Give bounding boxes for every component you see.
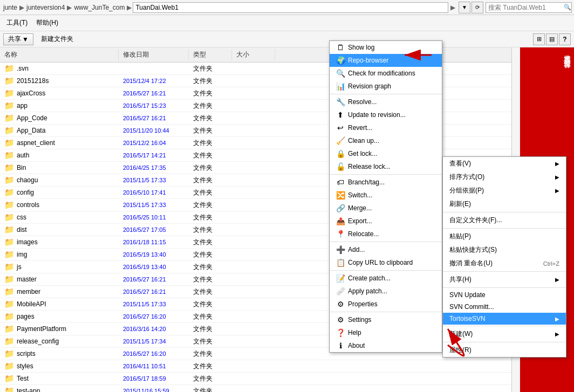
- col-header-type[interactable]: 类型: [189, 49, 232, 60]
- file-date: 2016/5/27 16:21: [119, 288, 189, 295]
- menu-item-properties[interactable]: ⚙ Properties: [330, 298, 442, 311]
- new-folder-button[interactable]: 新建文件夹: [37, 33, 78, 45]
- menu-item-relocate[interactable]: 📍 Relocate...: [330, 228, 442, 240]
- menu-item-label: Clean up...: [348, 137, 379, 145]
- menu-item-switch[interactable]: 🔀 Switch...: [330, 189, 442, 202]
- sub-arrow: ▶: [555, 174, 559, 180]
- submenu-item-view[interactable]: 查看(V) ▶: [443, 157, 566, 170]
- menu-item-label: About: [348, 342, 365, 349]
- search-input[interactable]: [488, 4, 564, 11]
- folder-icon: 📁: [4, 188, 15, 197]
- dropdown-btn[interactable]: ▼: [459, 2, 470, 13]
- menu-item-revision-graph[interactable]: 📊 Revision graph: [330, 80, 442, 93]
- menu-item-update-revision[interactable]: ⬆ Update to revision...: [330, 108, 442, 121]
- col-header-size[interactable]: 大小: [232, 49, 275, 60]
- submenu-divider: [443, 342, 566, 342]
- sub-arrow: ▶: [555, 277, 559, 283]
- submenu-item-share[interactable]: 共享(H) ▶: [443, 273, 566, 286]
- menu-item-repo-browser[interactable]: 🌍 Repo-browser: [330, 54, 442, 67]
- menu-divider: [330, 242, 442, 242]
- search-icon[interactable]: 🔍: [564, 4, 571, 11]
- menu-item-label: Check for modifications: [348, 70, 415, 77]
- menu-item-icon: ➕: [336, 245, 345, 254]
- menu-item-branch-tag[interactable]: 🏷 Branch/tag...: [330, 176, 442, 189]
- file-name: 📁 chaogu: [0, 175, 119, 185]
- submenu-item-undo-rename[interactable]: 撤消 重命名(U) Ctrl+Z: [443, 257, 566, 270]
- menu-item-icon: 📤: [336, 217, 345, 225]
- file-type: 文件夹: [189, 89, 232, 98]
- file-type: 文件夹: [189, 325, 232, 334]
- file-type: 文件夹: [189, 374, 232, 383]
- submenu-item-label: 粘贴(P): [449, 232, 471, 241]
- table-row[interactable]: 📁 Test 2016/5/17 18:59 文件夹: [0, 373, 511, 385]
- submenu-item-custom-folder[interactable]: 自定义文件夹(F)...: [443, 214, 566, 227]
- folder-icon: 📁: [4, 200, 15, 210]
- file-date: 2015/11/5 17:34: [119, 338, 189, 345]
- help-button[interactable]: ?: [559, 33, 571, 45]
- file-type: 文件夹: [189, 349, 232, 359]
- view-btn-grid[interactable]: ⊞: [533, 33, 545, 45]
- menu-item-copy-url[interactable]: 📋 Copy URL to clipboard: [330, 256, 442, 269]
- file-type: 文件夹: [189, 387, 232, 393]
- menu-item-check-modifications[interactable]: 🔍 Check for modifications: [330, 67, 442, 80]
- file-date: 2016/5/27 17:05: [119, 226, 189, 233]
- file-name: 📁 pages: [0, 312, 119, 321]
- menu-item-clean-up[interactable]: 🧹 Clean up...: [330, 134, 442, 147]
- menu-item-help[interactable]: ❓ Help: [330, 326, 442, 339]
- submenu-item-svn-update[interactable]: SVN Update: [443, 289, 566, 301]
- menu-item-label: Release lock...: [348, 163, 391, 170]
- folder-icon: 📁: [4, 274, 15, 284]
- file-type: 文件夹: [189, 188, 232, 197]
- submenu-item-paste-shortcut[interactable]: 粘贴快捷方式(S): [443, 243, 566, 257]
- menu-help[interactable]: 帮助(H): [33, 17, 62, 29]
- file-name: 📁 js: [0, 262, 119, 272]
- refresh-btn[interactable]: ⟳: [472, 2, 483, 13]
- menu-item-icon: 📊: [336, 82, 345, 91]
- submenu-item-sort[interactable]: 排序方式(O) ▶: [443, 170, 566, 184]
- submenu-item-svn-commit[interactable]: SVN Committ...: [443, 301, 566, 313]
- menu-tools[interactable]: 工具(T): [3, 17, 31, 29]
- file-date: 2016/3/16 14:20: [119, 326, 189, 332]
- menu-item-revert[interactable]: ↩ Revert...: [330, 121, 442, 134]
- view-btn-list[interactable]: ▤: [546, 33, 558, 45]
- file-type: 文件夹: [189, 176, 232, 185]
- submenu-item-group[interactable]: 分组依据(P) ▶: [443, 184, 566, 197]
- menu-item-resolve[interactable]: 🔧 Resolve...: [330, 95, 442, 108]
- table-row[interactable]: 📁 styles 2016/4/11 10:51 文件夹: [0, 360, 511, 373]
- table-row[interactable]: 📁 test-app 2015/11/16 15:59 文件夹: [0, 385, 511, 392]
- menu-item-merge[interactable]: 🔗 Merge...: [330, 202, 442, 215]
- submenu-item-refresh[interactable]: 刷新(E): [443, 197, 566, 211]
- submenu-item-label: 屋性(R): [449, 346, 472, 355]
- submenu-item-label: TortoiseSVN: [449, 315, 486, 322]
- file-type: 文件夹: [189, 312, 232, 321]
- menu-item-apply-patch[interactable]: 🩹 Apply patch...: [330, 285, 442, 298]
- file-name: 📁 auth: [0, 150, 119, 160]
- col-header-date[interactable]: 修改日期: [119, 49, 189, 60]
- menu-item-icon: 🔓: [336, 162, 345, 171]
- menu-item-label: Revision graph: [348, 82, 391, 90]
- menu-item-get-lock[interactable]: 🔒 Get lock...: [330, 147, 442, 160]
- submenu-item-properties2[interactable]: 屋性(R): [443, 343, 566, 357]
- menu-item-show-log[interactable]: 🗒 Show log: [330, 41, 442, 54]
- submenu-item-label: SVN Committ...: [449, 303, 494, 311]
- file-type: 文件夹: [189, 114, 232, 123]
- submenu-item-label: 新建(W): [449, 329, 473, 339]
- submenu-divider: [443, 271, 566, 272]
- menu-item-about[interactable]: ℹ About: [330, 339, 442, 352]
- file-name: 📁 app: [0, 101, 119, 111]
- col-header-name[interactable]: 名称: [0, 49, 119, 60]
- menu-item-icon: ↩: [336, 123, 345, 132]
- menu-item-settings[interactable]: ⚙ Settings: [330, 313, 442, 326]
- menu-item-export[interactable]: 📤 Export...: [330, 215, 442, 228]
- share-button[interactable]: 共享 ▼: [3, 33, 33, 45]
- menu-item-release-lock[interactable]: 🔓 Release lock...: [330, 160, 442, 173]
- menu-item-add[interactable]: ➕ Add...: [330, 243, 442, 256]
- folder-icon: 📁: [4, 212, 15, 222]
- submenu-item-paste[interactable]: 粘贴(P): [443, 230, 566, 243]
- submenu-item-tortoise-svn[interactable]: TortoiseSVN ▶: [443, 313, 566, 325]
- submenu-divider: [443, 228, 566, 229]
- submenu-item-new[interactable]: 新建(W) ▶: [443, 327, 566, 341]
- menu-item-icon: 🧹: [336, 136, 345, 145]
- menu-item-create-patch[interactable]: 📝 Create patch...: [330, 272, 442, 285]
- folder-icon: 📁: [4, 336, 15, 346]
